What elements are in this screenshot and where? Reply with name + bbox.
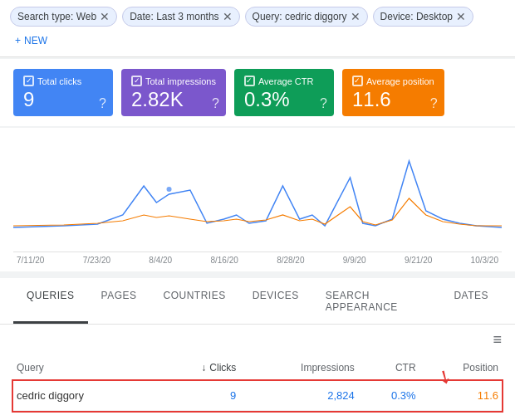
cell-query: cedric diggory — [13, 381, 158, 411]
tab-countries[interactable]: COUNTRIES — [150, 278, 238, 324]
col-header-ctr[interactable]: CTR — [358, 355, 419, 381]
cell-impressions: 2,824 — [239, 381, 357, 411]
chart-area — [13, 136, 502, 252]
tabs-section: QUERIES PAGES COUNTRIES DEVICES SEARCH A… — [0, 278, 515, 420]
filter-chip-date[interactable]: Date: Last 3 months ✕ — [122, 7, 239, 27]
filter-chip-search-type[interactable]: Search type: Web ✕ — [10, 7, 117, 27]
checkbox-icon — [131, 76, 142, 86]
pagination-row: Rows per page: 10 25 50 1-1 of 1 ‹ › — [13, 411, 502, 420]
col-header-impressions[interactable]: Impressions — [239, 355, 357, 381]
col-header-clicks[interactable]: ↓Clicks — [158, 355, 239, 381]
metric-label: Average CTR — [244, 76, 324, 86]
sort-arrow-icon: ↓ — [201, 362, 206, 374]
data-table: Query ↓Clicks Impressions CTR Position c… — [13, 355, 502, 411]
metric-total-clicks[interactable]: Total clicks 9 ? — [13, 69, 113, 116]
info-icon: ? — [320, 96, 327, 111]
metric-average-ctr[interactable]: Average CTR 0.3% ? — [234, 69, 334, 116]
chip-close-icon[interactable]: ✕ — [456, 11, 466, 22]
metric-value: 9 — [23, 90, 103, 110]
filter-icon[interactable]: ≡ — [493, 331, 502, 349]
metric-label: Total impressions — [131, 76, 216, 86]
metric-value: 11.6 — [352, 90, 434, 110]
metric-value: 2.82K — [131, 90, 216, 110]
filter-chip-query[interactable]: Query: cedric diggory ✕ — [245, 7, 368, 27]
chip-label: Date: Last 3 months — [130, 11, 218, 22]
chip-close-icon[interactable]: ✕ — [223, 11, 233, 22]
metrics-section: Total clicks 9 ? Total impressions 2.82K… — [0, 59, 515, 126]
svg-point-0 — [167, 187, 172, 192]
tab-queries[interactable]: QUERIES — [13, 278, 88, 324]
table-toolbar: ≡ — [13, 325, 502, 355]
col-header-query[interactable]: Query — [13, 355, 158, 381]
chip-close-icon[interactable]: ✕ — [351, 11, 360, 22]
tab-devices[interactable]: DEVICES — [239, 278, 312, 324]
metric-label: Total clicks — [23, 76, 103, 86]
info-icon: ? — [430, 96, 438, 111]
cell-ctr: 0.3% — [358, 381, 419, 411]
metric-label: Average position — [352, 76, 434, 86]
chart-section: 7/11/20 7/23/20 8/4/20 8/16/20 8/28/20 9… — [0, 128, 515, 271]
table-header-row: Query ↓Clicks Impressions CTR Position — [13, 355, 502, 381]
cell-clicks: 9 — [158, 381, 239, 411]
info-icon: ? — [99, 96, 106, 111]
chart-svg — [13, 136, 502, 244]
tab-search-appearance[interactable]: SEARCH APPEARANCE — [312, 278, 441, 324]
chip-close-icon[interactable]: ✕ — [100, 11, 110, 22]
tab-pages[interactable]: PAGES — [88, 278, 150, 324]
chip-label: Search type: Web — [17, 11, 96, 22]
chip-label: Query: cedric diggory — [253, 11, 347, 22]
table-section: ≡ Query ↓Clicks Impressions CTR Position… — [0, 325, 515, 420]
metric-average-position[interactable]: Average position 11.6 ? — [342, 69, 444, 116]
metric-total-impressions[interactable]: Total impressions 2.82K ? — [121, 69, 226, 116]
checkbox-icon — [244, 76, 255, 86]
info-icon: ? — [212, 96, 219, 111]
checkbox-icon — [352, 76, 363, 86]
metric-value: 0.3% — [244, 90, 324, 110]
table-row: cedric diggory 9 2,824 0.3% ➘ 11.6 — [13, 381, 502, 411]
cell-position: ➘ 11.6 — [419, 381, 502, 411]
tabs-row: QUERIES PAGES COUNTRIES DEVICES SEARCH A… — [0, 278, 515, 325]
plus-icon: + — [15, 35, 21, 46]
col-header-position[interactable]: Position — [419, 355, 502, 381]
checkbox-icon — [23, 76, 34, 86]
chart-dates: 7/11/20 7/23/20 8/4/20 8/16/20 8/28/20 9… — [13, 256, 502, 265]
tab-dates[interactable]: DATES — [440, 278, 502, 324]
new-filter-button[interactable]: + NEW — [10, 32, 52, 50]
metrics-row: Total clicks 9 ? Total impressions 2.82K… — [13, 69, 502, 116]
filter-chip-device[interactable]: Device: Desktop ✕ — [373, 7, 473, 27]
chip-label: Device: Desktop — [380, 11, 453, 22]
filter-bar: Search type: Web ✕ Date: Last 3 months ✕… — [0, 0, 515, 57]
new-button-label: NEW — [24, 35, 47, 46]
